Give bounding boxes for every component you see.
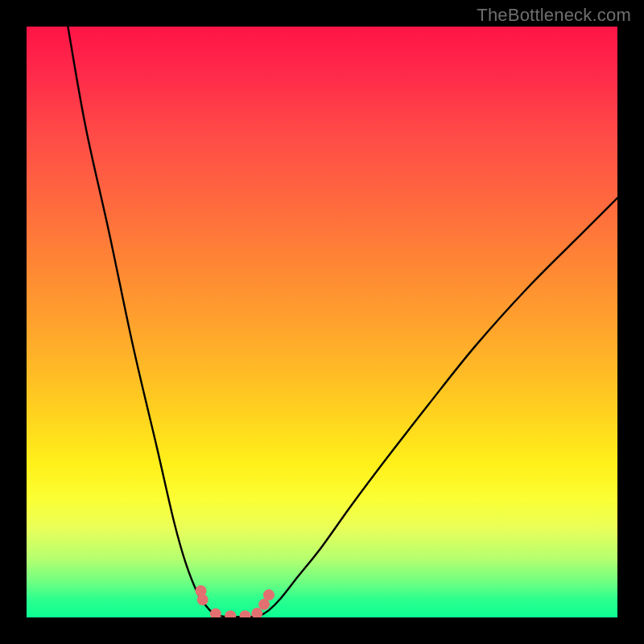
curve-marker xyxy=(210,609,221,617)
curve-marker xyxy=(263,589,275,601)
chart-svg xyxy=(27,27,617,617)
curve-marker xyxy=(197,594,208,605)
curve-marker xyxy=(240,610,251,617)
curve-markers xyxy=(196,585,275,617)
watermark-text: TheBottleneck.com xyxy=(477,5,631,26)
curve-marker xyxy=(251,608,262,617)
curve-marker xyxy=(225,610,236,617)
plot-area xyxy=(27,27,617,617)
bottleneck-curve xyxy=(68,27,617,617)
